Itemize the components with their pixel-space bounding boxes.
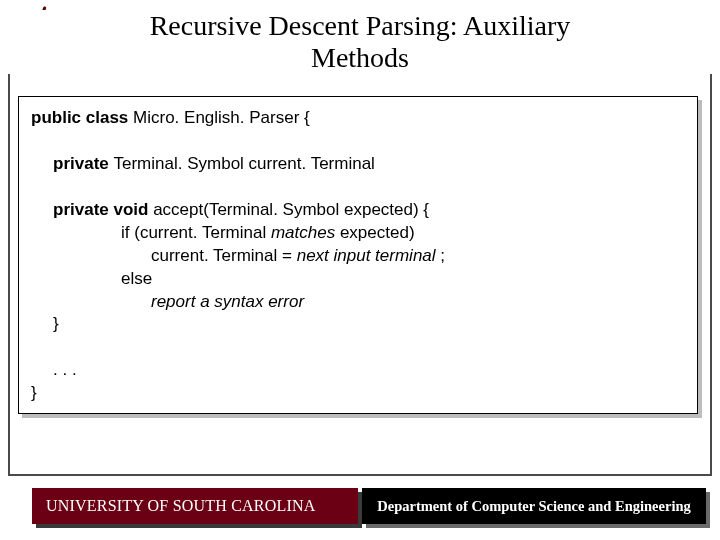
title-line-1: Recursive Descent Parsing: Auxiliary (50, 10, 670, 42)
blank-line (31, 336, 685, 359)
code-line-8: } (31, 313, 685, 336)
code-line-10: } (31, 382, 685, 405)
code-line-6: else (31, 268, 685, 291)
code-line-9: . . . (31, 359, 685, 382)
blank-line (31, 176, 685, 199)
code-line-3: private void accept(Terminal. Symbol exp… (31, 199, 685, 222)
title-line-2: Methods (50, 42, 670, 74)
slide-title: Recursive Descent Parsing: Auxiliary Met… (0, 10, 720, 74)
code-line-4: if (current. Terminal matches expected) (31, 222, 685, 245)
code-line-5: current. Terminal = next input terminal … (31, 245, 685, 268)
code-line-2: private Terminal. Symbol current. Termin… (31, 153, 685, 176)
code-box: public class Micro. English. Parser { pr… (18, 96, 698, 414)
code-line-1: public class Micro. English. Parser { (31, 107, 685, 130)
code-line-7: report a syntax error (31, 291, 685, 314)
footer-department: Department of Computer Science and Engin… (362, 488, 706, 524)
blank-line (31, 130, 685, 153)
footer-university: UNIVERSITY OF SOUTH CAROLINA (32, 488, 358, 524)
